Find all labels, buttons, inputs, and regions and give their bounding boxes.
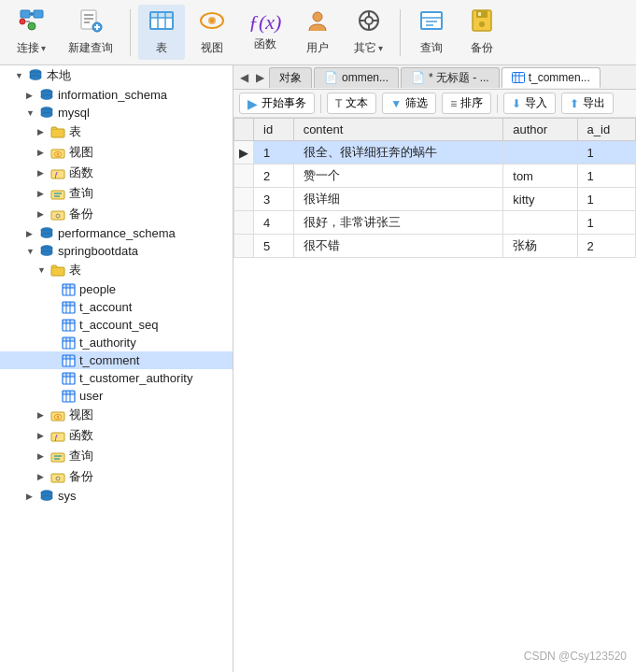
right-panel: ◀▶对象📄ommen...📄* 无标题 - ...t_commen... ▶ 开… [233,65,636,672]
tab-t_comment_tab[interactable]: t_commen... [502,67,601,88]
tree-spacer-t_customer_authority [49,374,60,383]
sidebar-item-t_comment[interactable]: t_comment [0,351,233,369]
toolbar-query[interactable]: 查询 [408,5,455,60]
cell-a_id-1[interactable]: 1 [577,164,635,188]
cell-id-3[interactable]: 4 [254,211,294,235]
svg-text:ƒ: ƒ [54,433,59,442]
cell-content-0[interactable]: 很全、很详细狂奔的蜗牛 [293,141,503,164]
toolbar-other[interactable]: 其它 ▾ [345,5,392,60]
tab-comment_query[interactable]: 📄ommen... [314,67,399,88]
sidebar-label-spring_view: 视图 [69,407,93,423]
sidebar-item-t_authority[interactable]: t_authority [0,334,233,351]
cell-a_id-4[interactable]: 2 [577,235,635,258]
table-row[interactable]: 4很好，非常讲张三1 [234,211,636,235]
svg-rect-85 [66,320,70,323]
cell-author-2[interactable]: kitty [503,188,577,211]
cell-content-1[interactable]: 赞一个 [293,164,503,188]
tab-right-arrow[interactable]: ▶ [253,71,267,84]
cell-id-2[interactable]: 3 [254,188,294,211]
sidebar-item-sys[interactable]: ▶sys [0,487,233,505]
sidebar-item-spring_func[interactable]: ▶ƒ函数 [0,425,233,446]
sidebar-label-mysql_view: 视图 [69,144,93,161]
cell-a_id-3[interactable]: 1 [577,211,635,235]
col-id[interactable]: id [254,119,294,141]
row-indicator-1 [234,164,254,188]
cell-id-4[interactable]: 5 [254,235,294,258]
cell-author-3[interactable] [503,211,577,235]
table-row[interactable]: 2赞一个tom1 [234,164,636,188]
watermark: CSDN @Csy123520 [524,650,627,663]
cell-id-0[interactable]: 1 [254,141,294,164]
sidebar-item-springbootdata[interactable]: ▼springbootdata [0,242,233,260]
sidebar-item-spring_backup[interactable]: ▶备份 [0,466,233,487]
svg-point-41 [30,76,41,80]
table-row[interactable]: ▶1很全、很详细狂奔的蜗牛1 [234,141,636,164]
sidebar-label-mysql_func: 函数 [69,164,93,181]
svg-rect-79 [70,302,75,306]
tab-untitled[interactable]: 📄* 无标题 - ... [401,67,500,88]
sidebar-item-people[interactable]: people [0,280,233,298]
sidebar-item-t_account_seq[interactable]: t_account_seq [0,316,233,334]
sidebar-item-mysql_query[interactable]: ▶查询 [0,183,233,204]
toolbar-new-query[interactable]: 新建查询 [59,5,122,60]
tab-label-untitled: * 无标题 - ... [429,70,489,86]
svg-rect-114 [70,391,75,394]
svg-rect-112 [63,391,66,394]
table-row[interactable]: 3很详细kitty1 [234,188,636,211]
svg-point-3 [30,12,34,16]
cell-id-1[interactable]: 2 [254,164,294,188]
sidebar-item-spring_query[interactable]: ▶查询 [0,446,233,466]
cell-content-3[interactable]: 很好，非常讲张三 [293,211,503,235]
svg-rect-72 [70,284,75,288]
cell-a_id-2[interactable]: 1 [577,188,635,211]
sidebar-item-information_schema[interactable]: ▶information_schema [0,86,233,104]
query-label: 查询 [420,40,443,56]
import-button[interactable]: ⬇ 导入 [503,93,556,114]
row-indicator-3 [234,211,254,235]
toolbar-function[interactable]: ƒ(x) 函数 [239,8,290,56]
sidebar-item-mysql_view[interactable]: ▶视图 [0,142,233,163]
tree-arrow-performance_schema: ▶ [26,229,37,238]
svg-rect-86 [70,320,75,323]
sidebar-item-mysql[interactable]: ▼mysql [0,104,233,122]
sidebar-item-user[interactable]: user [0,387,233,405]
cell-author-4[interactable]: 张杨 [503,235,577,258]
toolbar-connect[interactable]: 连接 ▾ [7,5,55,60]
tab-left-arrow[interactable]: ◀ [237,71,251,84]
sidebar-label-mysql_query: 查询 [69,185,93,202]
sidebar-item-local[interactable]: ▼本地 [0,65,233,86]
sidebar-item-spring_table[interactable]: ▼表 [0,260,233,280]
sort-button[interactable]: ≡ 排序 [442,93,491,114]
sidebar-label-t_comment: t_comment [79,353,139,367]
table-header-row: id content author a_id [234,119,636,141]
toolbar-view[interactable]: 视图 [189,5,235,60]
filter-button[interactable]: ▼ 筛选 [382,93,436,114]
sidebar-item-spring_view[interactable]: ▶视图 [0,405,233,425]
sidebar-label-mysql_table: 表 [69,123,81,140]
toolbar-backup[interactable]: 备份 [459,5,505,60]
export-button[interactable]: ⬆ 导出 [561,93,614,114]
col-content[interactable]: content [293,119,503,141]
sidebar-item-t_account[interactable]: t_account [0,298,233,316]
cell-author-1[interactable]: tom [503,164,577,188]
export-icon: ⬆ [570,97,579,110]
sidebar-item-performance_schema[interactable]: ▶performance_schema [0,224,233,242]
col-author[interactable]: author [503,119,577,141]
table-row[interactable]: 5很不错张杨2 [234,235,636,258]
cell-a_id-0[interactable]: 1 [577,141,635,164]
tab-object[interactable]: 对象 [269,67,312,88]
svg-rect-99 [66,355,70,359]
col-a_id[interactable]: a_id [577,119,635,141]
cell-author-0[interactable] [503,141,577,164]
begin-transaction-button[interactable]: ▶ 开始事务 [239,93,315,114]
sidebar-item-mysql_backup[interactable]: ▶备份 [0,204,233,224]
sidebar-item-mysql_table[interactable]: ▶表 [0,122,233,142]
toolbar-table[interactable]: 表 [138,5,185,60]
text-button[interactable]: T 文本 [327,93,376,114]
sidebar-label-performance_schema: performance_schema [58,226,176,240]
cell-content-2[interactable]: 很详细 [293,188,503,211]
cell-content-4[interactable]: 很不错 [293,235,503,258]
sidebar-item-mysql_func[interactable]: ▶ƒ函数 [0,163,233,183]
sidebar-item-t_customer_authority[interactable]: t_customer_authority [0,369,233,387]
toolbar-user[interactable]: 用户 [294,5,341,60]
